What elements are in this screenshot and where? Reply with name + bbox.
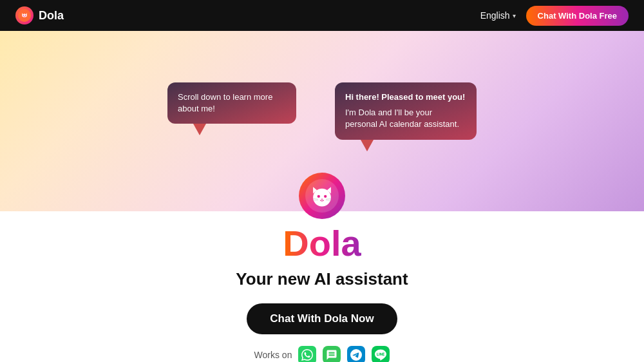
svg-point-4	[313, 189, 331, 207]
language-selector[interactable]: English ▾	[480, 10, 516, 21]
nav-brand-name: Dola	[39, 9, 64, 23]
hero-cta-button[interactable]: Chat With Dola Now	[247, 303, 397, 334]
bubble-right-line2: I'm Dola and I'll be your personal AI ca…	[345, 107, 466, 130]
works-on-label: Works on	[254, 350, 292, 360]
svg-point-1	[23, 15, 24, 16]
imessage-icon	[323, 346, 341, 362]
navbar: Dola English ▾ Chat With Dola Free	[0, 0, 644, 31]
language-label: English	[480, 10, 510, 21]
svg-point-5	[317, 195, 320, 198]
whatsapp-icon	[298, 346, 316, 362]
hero-brand-name: Dola	[283, 225, 361, 262]
bubble-right-line1: Hi there! Pleased to meet you!	[345, 91, 466, 103]
speech-bubbles: Scroll down to learn more about me! Hi t…	[0, 82, 644, 140]
svg-point-2	[25, 15, 26, 16]
hero-center: Dola Your new AI assistant Chat With Dol…	[0, 173, 644, 362]
svg-point-6	[324, 195, 327, 198]
works-on: Works on	[254, 346, 390, 362]
nav-right: English ▾ Chat With Dola Free	[480, 6, 629, 26]
telegram-icon	[347, 346, 365, 362]
bubble-right: Hi there! Pleased to meet you! I'm Dola …	[335, 82, 477, 140]
nav-logo-icon	[15, 6, 33, 24]
nav-brand: Dola	[15, 6, 64, 24]
nav-cta-button[interactable]: Chat With Dola Free	[526, 6, 629, 26]
hero-section: Scroll down to learn more about me! Hi t…	[0, 31, 644, 362]
chevron-down-icon: ▾	[513, 12, 516, 19]
line-icon	[372, 346, 390, 362]
dola-logo-main	[299, 173, 345, 219]
bubble-left-text: Scroll down to learn more about me!	[178, 92, 272, 113]
hero-tagline: Your new AI assistant	[236, 269, 408, 289]
bubble-left: Scroll down to learn more about me!	[167, 82, 296, 124]
